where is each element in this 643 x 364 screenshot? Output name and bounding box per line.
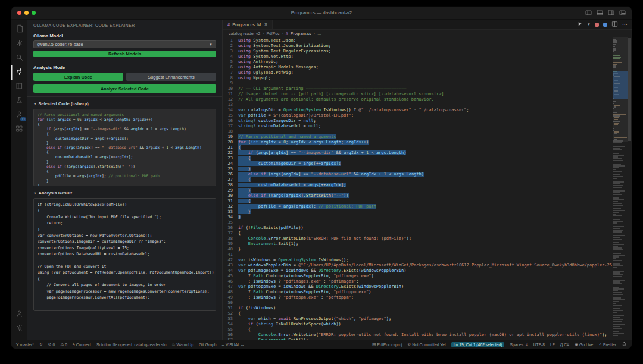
more-actions-icon[interactable]: ⋯ [622, 22, 627, 27]
status-item[interactable]: ⊘0 [48, 342, 55, 347]
code-line[interactable]: 2using System.Text.Json.Serialization; [223, 43, 613, 49]
status-item[interactable]: Spaces: 4 [510, 343, 527, 347]
status-item[interactable]: ↻ [39, 342, 43, 347]
status-item[interactable]: LF [550, 343, 555, 347]
status-item[interactable]: Git Graph [199, 343, 216, 347]
minimize-window-button[interactable] [24, 11, 29, 15]
extension-action-red-icon[interactable] [595, 23, 599, 27]
toggle-panel-icon[interactable] [597, 8, 603, 18]
status-item[interactable]: ▤PdfPoc.csproj [372, 342, 402, 347]
model-select[interactable]: qwen2.5-coder:7b-base ▼ [33, 40, 216, 48]
code-line[interactable]: 21{ [223, 145, 613, 150]
sidebar-item-explorer[interactable] [11, 23, 27, 37]
toggle-sidebar-right-icon[interactable] [608, 8, 614, 18]
code-line[interactable]: 19// Parse positional and named argument… [223, 134, 613, 140]
status-item[interactable]: ⊘Not Committed Yet [407, 342, 445, 347]
code-line[interactable]: 32 pdfFile = args[argIdx]; // positional… [223, 204, 613, 209]
code-line[interactable]: 46 : isWindows ? "pdfimages.exe" : "pdfi… [223, 279, 613, 284]
code-line[interactable]: 54 if (string.IsNullOrWhiteSpace(which)) [223, 322, 613, 327]
code-line[interactable]: 55 { [223, 327, 613, 332]
code-line[interactable]: 24 customImagesDir = args[++argIdx]; [223, 161, 613, 167]
code-line[interactable]: 15var pdfFile = $"{catalogsDir}/Bristol-… [223, 113, 613, 118]
code-line[interactable]: 29 } [223, 188, 613, 193]
toggle-sidebar-left-icon[interactable] [585, 8, 592, 18]
code-line[interactable]: 26 else if (args[argIdx] == "--database-… [223, 172, 613, 177]
code-line[interactable]: 22 if (args[argIdx] == "--images-dir" &&… [223, 150, 613, 156]
extension-action-blue-icon[interactable] [603, 23, 607, 27]
code-line[interactable]: 7using UglyToad.PdfPig; [223, 70, 613, 76]
breadcrumb-item[interactable]: PdfPoc [267, 32, 280, 36]
code-line[interactable]: 30 else if (!args[argIdx].StartsWith("--… [223, 193, 613, 199]
status-item[interactable]: Ln 19, Col 1 (462 selected) [451, 342, 505, 347]
breadcrumb-item[interactable]: catalog-reader-v2 [229, 32, 260, 36]
status-item[interactable]: ♨Warm Up [171, 342, 193, 347]
status-item[interactable]: ✓Prettier [598, 342, 616, 347]
code-line[interactable]: 37{ [223, 231, 613, 236]
sidebar-item-docs[interactable] [11, 80, 27, 94]
code-line[interactable]: 13 [223, 102, 613, 108]
code-line[interactable]: 5using Anthropic; [223, 59, 613, 65]
run-code-icon[interactable] [577, 21, 583, 28]
settings-button[interactable] [11, 322, 27, 336]
code-line[interactable]: 52{ [223, 311, 613, 316]
code-line[interactable]: 14var catalogsDir = OperatingSystem.IsWi… [223, 108, 613, 113]
code-line[interactable]: 12// All arguments are optional; default… [223, 97, 613, 102]
code-line[interactable]: 8using Npgsql; [223, 76, 613, 81]
code-line[interactable]: 51if (!isWindows) [223, 306, 613, 311]
code-area[interactable]: 1using System.Text.Json;2using System.Te… [223, 37, 613, 340]
code-line[interactable]: 18 [223, 129, 613, 134]
breadcrumb-item[interactable]: Program.cs [291, 32, 311, 36]
code-line[interactable]: 16string? customImagesDir = null; [223, 118, 613, 124]
code-line[interactable]: 40} [223, 247, 613, 252]
sidebar-item-snowflake-ext[interactable] [11, 37, 27, 51]
split-editor-icon[interactable] [611, 21, 618, 29]
code-line[interactable]: 38 Console.Error.WriteLine($"ERROR: PDF … [223, 236, 613, 241]
code-line[interactable]: 3using System.Text.RegularExpressions; [223, 49, 613, 54]
code-line[interactable]: 23 { [223, 156, 613, 161]
code-line[interactable]: 17string? customDatabaseUrl = null; [223, 124, 613, 129]
maximize-window-button[interactable] [32, 11, 36, 15]
accounts-button[interactable] [11, 307, 27, 322]
code-line[interactable]: 45 ? Path.Combine(windowsPopplerBin, "pd… [223, 274, 613, 279]
code-line[interactable]: 28 customDatabaseUrl = args[++argIdx]; [223, 183, 613, 188]
tab-program-cs[interactable]: # Program.cs M × [223, 20, 273, 29]
editor-scrollbar[interactable] [628, 37, 632, 340]
close-window-button[interactable] [17, 11, 21, 15]
analyze-selected-code-button[interactable]: Analyze Selected Code [33, 84, 216, 93]
code-line[interactable]: 36if (!File.Exists(pdfFile)) [223, 225, 613, 231]
status-item[interactable]: UTF-8 [533, 343, 545, 347]
code-line[interactable]: 6using Anthropic.Models.Messages; [223, 65, 613, 70]
code-line[interactable]: 43var windowsPopplerBin = @"C:/Users/HP/… [223, 263, 613, 268]
code-line[interactable]: 1using System.Text.Json; [223, 38, 613, 43]
minimap[interactable] [613, 37, 628, 340]
status-item[interactable]: ◉Go Live [575, 342, 593, 347]
code-line[interactable]: 53 var which = await RunProcessOutput("w… [223, 316, 613, 322]
code-line[interactable]: 10// —— CLI argument parsing ———————————… [223, 86, 613, 92]
scrollbar-thumb[interactable] [628, 38, 631, 141]
code-line[interactable]: 33 } [223, 209, 613, 215]
code-line[interactable]: 50 [223, 300, 613, 306]
code-line[interactable]: 44var pdfImagesExe = isWindows && Direct… [223, 268, 613, 274]
suggest-enhancements-button[interactable]: Suggest Enhancements [126, 73, 216, 81]
code-line[interactable]: 34} [223, 215, 613, 220]
status-item[interactable]: Ymaster* [16, 343, 34, 347]
analysis-result-section-header[interactable]: ▼ Analysis Result [33, 190, 216, 196]
breadcrumb-item[interactable]: … [317, 32, 322, 36]
customize-layout-icon[interactable] [619, 8, 626, 18]
code-line[interactable]: 4using System.Net.Http; [223, 54, 613, 59]
refresh-models-button[interactable]: Refresh Models [33, 51, 216, 57]
sidebar-item-ollama-explainer[interactable] [11, 65, 27, 80]
code-line[interactable]: 20for (int argIdx = 0; argIdx < args.Len… [223, 140, 613, 145]
code-line[interactable]: 41 [223, 252, 613, 258]
code-line[interactable]: 47var pdftoppmExe = isWindows && Directo… [223, 284, 613, 290]
status-item[interactable]: -- VISUAL -- [222, 343, 244, 347]
sidebar-item-extensions[interactable] [11, 123, 27, 137]
code-line[interactable]: 39 Environment.Exit(1); [223, 241, 613, 247]
status-item[interactable]: {} C# [560, 343, 569, 347]
code-line[interactable]: 42var isWindows = OperatingSystem.IsWind… [223, 258, 613, 263]
code-line[interactable]: 25 } [223, 167, 613, 172]
code-line[interactable]: 11// Usage: dotnet run -- [pdf_path] [--… [223, 92, 613, 97]
status-item[interactable]: ⚠0 [60, 342, 67, 347]
close-tab-icon[interactable]: × [264, 21, 267, 27]
code-line[interactable]: 48 ? Path.Combine(windowsPopplerBin, "pd… [223, 290, 613, 295]
